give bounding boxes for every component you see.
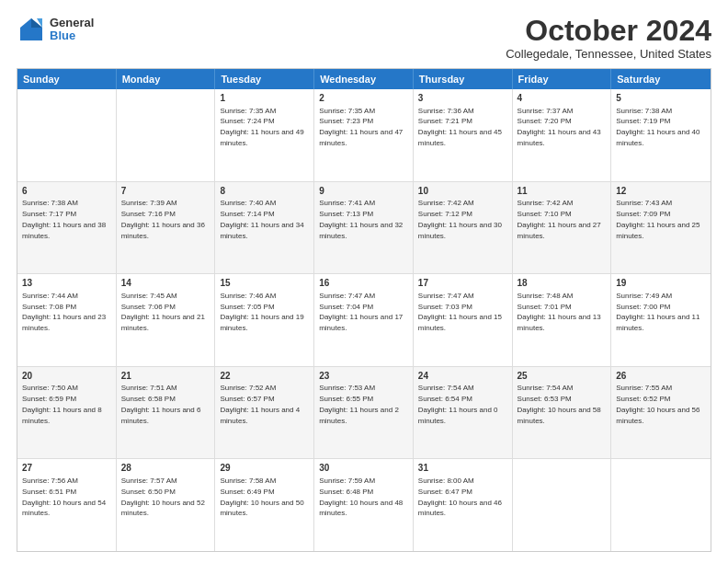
header-tuesday: Tuesday [215,69,314,89]
cell-w3-d4: 24Sunrise: 7:54 AMSunset: 6:54 PMDayligh… [414,367,513,459]
cell-w3-d6: 26Sunrise: 7:55 AMSunset: 6:52 PMDayligh… [611,367,711,459]
cell-w2-d5: 18Sunrise: 7:48 AMSunset: 7:01 PMDayligh… [513,274,612,366]
cell-w2-d0: 13Sunrise: 7:44 AMSunset: 7:08 PMDayligh… [17,274,117,366]
cell-w1-d2: 8Sunrise: 7:40 AMSunset: 7:14 PMDaylight… [215,182,314,274]
cell-w1-d4: 10Sunrise: 7:42 AMSunset: 7:12 PMDayligh… [414,182,513,274]
cell-text: Sunrise: 7:43 AMSunset: 7:09 PMDaylight:… [616,199,700,239]
cell-w4-d0: 27Sunrise: 7:56 AMSunset: 6:51 PMDayligh… [17,459,117,551]
cell-w0-d1 [117,89,216,181]
day-num: 8 [220,185,309,198]
cell-w3-d2: 22Sunrise: 7:52 AMSunset: 6:57 PMDayligh… [215,367,314,459]
cell-text: Sunrise: 7:48 AMSunset: 7:01 PMDaylight:… [518,292,601,332]
cell-text: Sunrise: 7:47 AMSunset: 7:04 PMDaylight:… [319,292,403,332]
day-num: 20 [22,370,111,383]
cell-w2-d3: 16Sunrise: 7:47 AMSunset: 7:04 PMDayligh… [314,274,414,366]
cell-w0-d6: 5Sunrise: 7:38 AMSunset: 7:19 PMDaylight… [611,89,711,181]
location: Collegedale, Tennessee, United States [506,47,711,61]
header-thursday: Thursday [414,69,513,89]
day-num: 12 [616,185,706,198]
day-num: 28 [121,462,210,475]
cell-text: Sunrise: 7:45 AMSunset: 7:06 PMDaylight:… [121,292,205,332]
cell-text: Sunrise: 7:50 AMSunset: 6:59 PMDaylight:… [22,384,102,424]
day-num: 30 [319,462,408,475]
week-row-4: 27Sunrise: 7:56 AMSunset: 6:51 PMDayligh… [17,458,711,551]
day-num: 26 [616,370,706,383]
header-monday: Monday [117,69,216,89]
cell-text: Sunrise: 7:57 AMSunset: 6:50 PMDaylight:… [121,477,205,517]
cell-w0-d2: 1Sunrise: 7:35 AMSunset: 7:24 PMDaylight… [215,89,314,181]
day-num: 15 [220,277,309,290]
day-num: 31 [418,462,507,475]
cell-w4-d3: 30Sunrise: 7:59 AMSunset: 6:48 PMDayligh… [314,459,414,551]
cell-text: Sunrise: 7:46 AMSunset: 7:05 PMDaylight:… [220,292,303,332]
calendar-header: Sunday Monday Tuesday Wednesday Thursday… [17,69,711,89]
logo: General Blue [17,15,94,44]
logo-icon [17,15,46,44]
cell-w2-d6: 19Sunrise: 7:49 AMSunset: 7:00 PMDayligh… [611,274,711,366]
cell-w1-d6: 12Sunrise: 7:43 AMSunset: 7:09 PMDayligh… [611,182,711,274]
calendar: Sunday Monday Tuesday Wednesday Thursday… [17,68,711,552]
week-row-0: 1Sunrise: 7:35 AMSunset: 7:24 PMDaylight… [17,89,711,181]
cell-w2-d1: 14Sunrise: 7:45 AMSunset: 7:06 PMDayligh… [117,274,216,366]
cell-text: Sunrise: 7:38 AMSunset: 7:19 PMDaylight:… [616,107,700,147]
cell-w2-d2: 15Sunrise: 7:46 AMSunset: 7:05 PMDayligh… [215,274,314,366]
cell-w3-d1: 21Sunrise: 7:51 AMSunset: 6:58 PMDayligh… [117,367,216,459]
day-num: 19 [616,277,706,290]
cell-text: Sunrise: 7:58 AMSunset: 6:49 PMDaylight:… [220,477,303,517]
cell-text: Sunrise: 7:42 AMSunset: 7:10 PMDaylight:… [518,199,601,239]
cell-w1-d3: 9Sunrise: 7:41 AMSunset: 7:13 PMDaylight… [314,182,414,274]
day-num: 5 [616,92,706,105]
day-num: 16 [319,277,408,290]
day-num: 17 [418,277,507,290]
week-row-3: 20Sunrise: 7:50 AMSunset: 6:59 PMDayligh… [17,366,711,459]
cell-w3-d5: 25Sunrise: 7:54 AMSunset: 6:53 PMDayligh… [513,367,612,459]
cell-text: Sunrise: 7:54 AMSunset: 6:54 PMDaylight:… [418,384,498,424]
calendar-body: 1Sunrise: 7:35 AMSunset: 7:24 PMDaylight… [17,89,711,551]
day-num: 24 [418,370,507,383]
cell-w1-d1: 7Sunrise: 7:39 AMSunset: 7:16 PMDaylight… [117,182,216,274]
cell-w0-d3: 2Sunrise: 7:35 AMSunset: 7:23 PMDaylight… [314,89,414,181]
month-title: October 2024 [506,15,711,47]
day-num: 2 [319,92,408,105]
day-num: 7 [121,185,210,198]
cell-w3-d0: 20Sunrise: 7:50 AMSunset: 6:59 PMDayligh… [17,367,117,459]
day-num: 22 [220,370,309,383]
cell-text: Sunrise: 7:51 AMSunset: 6:58 PMDaylight:… [121,384,201,424]
day-num: 25 [518,370,607,383]
day-num: 27 [22,462,111,475]
cell-text: Sunrise: 7:52 AMSunset: 6:57 PMDaylight:… [220,384,300,424]
day-num: 23 [319,370,408,383]
day-num: 13 [22,277,111,290]
day-num: 11 [518,185,607,198]
day-num: 9 [319,185,408,198]
cell-w4-d2: 29Sunrise: 7:58 AMSunset: 6:49 PMDayligh… [215,459,314,551]
cell-text: Sunrise: 7:59 AMSunset: 6:48 PMDaylight:… [319,477,403,517]
cell-text: Sunrise: 7:35 AMSunset: 7:24 PMDaylight:… [220,107,303,147]
cell-w1-d0: 6Sunrise: 7:38 AMSunset: 7:17 PMDaylight… [17,182,117,274]
cell-text: Sunrise: 7:38 AMSunset: 7:17 PMDaylight:… [22,199,106,239]
logo-text: General Blue [50,17,94,43]
cell-text: Sunrise: 7:54 AMSunset: 6:53 PMDaylight:… [518,384,601,424]
day-num: 1 [220,92,309,105]
header: General Blue October 2024 Collegedale, T… [17,15,711,61]
cell-text: Sunrise: 7:49 AMSunset: 7:00 PMDaylight:… [616,292,700,332]
cell-text: Sunrise: 7:47 AMSunset: 7:03 PMDaylight:… [418,292,502,332]
cell-w0-d5: 4Sunrise: 7:37 AMSunset: 7:20 PMDaylight… [513,89,612,181]
cell-text: Sunrise: 7:53 AMSunset: 6:55 PMDaylight:… [319,384,399,424]
cell-w1-d5: 11Sunrise: 7:42 AMSunset: 7:10 PMDayligh… [513,182,612,274]
day-num: 18 [518,277,607,290]
day-num: 6 [22,185,111,198]
day-num: 10 [418,185,507,198]
cell-w0-d0 [17,89,117,181]
cell-text: Sunrise: 7:41 AMSunset: 7:13 PMDaylight:… [319,199,403,239]
cell-w4-d6 [611,459,711,551]
day-num: 29 [220,462,309,475]
day-num: 4 [518,92,607,105]
header-sunday: Sunday [17,69,117,89]
cell-text: Sunrise: 8:00 AMSunset: 6:47 PMDaylight:… [418,477,502,517]
cell-text: Sunrise: 7:35 AMSunset: 7:23 PMDaylight:… [319,107,403,147]
cell-text: Sunrise: 7:56 AMSunset: 6:51 PMDaylight:… [22,477,106,517]
week-row-2: 13Sunrise: 7:44 AMSunset: 7:08 PMDayligh… [17,273,711,366]
cell-w2-d4: 17Sunrise: 7:47 AMSunset: 7:03 PMDayligh… [414,274,513,366]
cell-text: Sunrise: 7:55 AMSunset: 6:52 PMDaylight:… [616,384,700,424]
